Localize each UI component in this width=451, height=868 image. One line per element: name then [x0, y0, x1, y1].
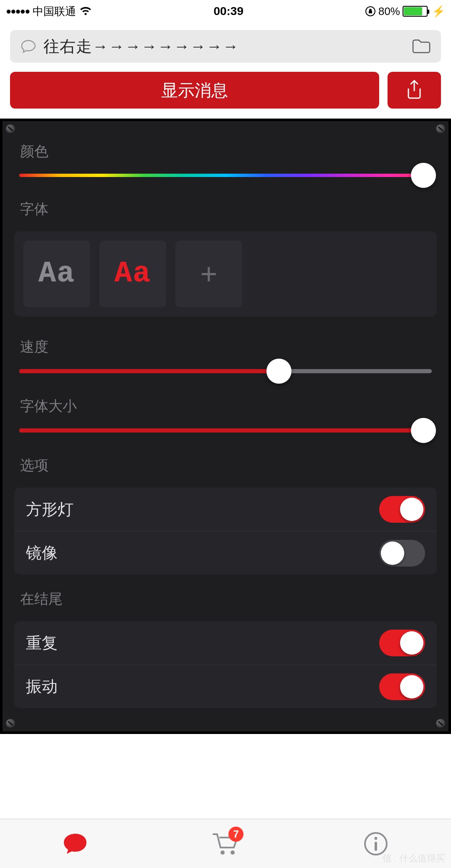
show-message-button[interactable]: 显示消息 [10, 72, 379, 109]
status-bar: ●●●●● 中国联通 00:39 80% ⚡ [0, 0, 451, 23]
section-options-label: 选项 [20, 456, 437, 475]
settings-panel: 颜色 字体 Aa Aa + 速度 字体大小 选项 方形灯 镜像 [0, 119, 451, 734]
speed-slider[interactable] [19, 369, 432, 373]
screw-decoration-icon [6, 124, 15, 134]
svg-rect-5 [375, 842, 377, 851]
message-input[interactable]: 往右走→→→→→→→→→ [10, 30, 441, 63]
color-slider[interactable] [19, 174, 432, 177]
option-square-light: 方形灯 [14, 488, 437, 531]
option-mirror: 镜像 [14, 531, 437, 574]
svg-point-2 [231, 850, 235, 855]
options-group: 方形灯 镜像 [14, 488, 437, 574]
speed-slider-thumb[interactable] [266, 359, 291, 384]
font-sample: Aa [114, 259, 151, 288]
screw-decoration-icon [436, 719, 445, 728]
option-label: 镜像 [26, 542, 58, 564]
share-button[interactable] [388, 72, 441, 109]
fontsize-slider[interactable] [19, 428, 432, 433]
section-speed-label: 速度 [20, 337, 437, 357]
tab-info[interactable] [301, 819, 451, 868]
battery-percent-label: 80% [378, 5, 400, 18]
carrier-label: 中国联通 [33, 4, 76, 19]
font-selector: Aa Aa + [14, 231, 437, 316]
section-atend-label: 在结尾 [20, 590, 437, 609]
color-slider-thumb[interactable] [411, 163, 436, 188]
clock: 00:39 [213, 5, 243, 18]
wifi-icon [79, 7, 92, 16]
signal-strength-icon: ●●●●● [6, 6, 29, 17]
tab-bar: 7 [0, 819, 451, 868]
font-option-1[interactable]: Aa [23, 240, 90, 307]
option-label: 方形灯 [26, 499, 73, 520]
show-message-label: 显示消息 [161, 79, 228, 102]
info-icon [363, 831, 388, 856]
section-color-label: 颜色 [20, 142, 437, 161]
tab-cart[interactable]: 7 [150, 819, 301, 868]
atend-group: 重复 振动 [14, 621, 437, 708]
speech-bubble-icon [20, 38, 37, 55]
option-label: 重复 [26, 633, 58, 654]
toggle-vibrate[interactable] [379, 673, 425, 700]
svg-point-4 [375, 837, 378, 840]
cart-badge: 7 [228, 827, 243, 842]
battery-icon [403, 6, 428, 17]
charging-icon: ⚡ [432, 5, 445, 18]
chat-icon [61, 831, 89, 856]
folder-icon[interactable] [412, 39, 431, 54]
top-area: 往右走→→→→→→→→→ 显示消息 [0, 23, 451, 119]
font-sample: Aa [38, 259, 75, 288]
toggle-square-light[interactable] [379, 496, 425, 523]
option-repeat: 重复 [14, 621, 437, 665]
fontsize-slider-thumb[interactable] [411, 418, 436, 443]
svg-point-1 [220, 850, 225, 855]
orientation-lock-icon [365, 6, 376, 17]
section-font-label: 字体 [20, 200, 437, 219]
share-icon [405, 80, 423, 101]
option-vibrate: 振动 [14, 665, 437, 708]
screw-decoration-icon [436, 124, 445, 134]
screw-decoration-icon [6, 719, 15, 728]
tab-messages[interactable] [0, 819, 150, 868]
plus-icon: + [200, 257, 218, 291]
section-fontsize-label: 字体大小 [20, 397, 437, 416]
font-add-button[interactable]: + [175, 240, 242, 307]
option-label: 振动 [26, 676, 58, 697]
toggle-mirror[interactable] [379, 540, 425, 567]
message-text-value: 往右走→→→→→→→→→ [43, 36, 405, 57]
toggle-repeat[interactable] [379, 630, 425, 656]
font-option-2[interactable]: Aa [99, 240, 166, 307]
